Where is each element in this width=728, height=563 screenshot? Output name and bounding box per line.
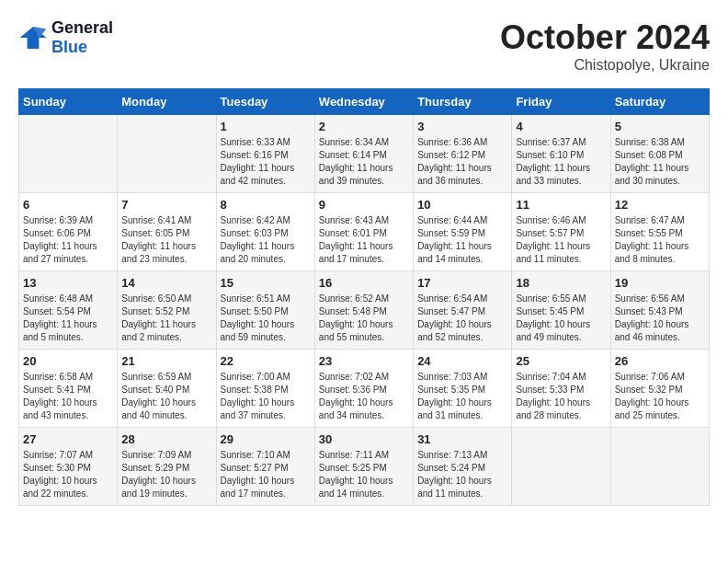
day-cell: 11Sunrise: 6:46 AM Sunset: 5:57 PM Dayli… — [512, 193, 610, 271]
day-cell: 2Sunrise: 6:34 AM Sunset: 6:14 PM Daylig… — [314, 115, 413, 193]
day-cell: 8Sunrise: 6:42 AM Sunset: 6:03 PM Daylig… — [216, 193, 314, 271]
day-cell: 31Sunrise: 7:13 AM Sunset: 5:24 PM Dayli… — [414, 428, 512, 506]
day-info: Sunrise: 6:44 AM Sunset: 5:59 PM Dayligh… — [417, 214, 507, 266]
month-title: October 2024 — [500, 18, 710, 57]
week-row-0: 1Sunrise: 6:33 AM Sunset: 6:16 PM Daylig… — [19, 115, 710, 193]
day-info: Sunrise: 6:48 AM Sunset: 5:54 PM Dayligh… — [23, 293, 113, 344]
location: Chistopolye, Ukraine — [500, 57, 710, 74]
day-cell: 12Sunrise: 6:47 AM Sunset: 5:55 PM Dayli… — [610, 193, 709, 271]
day-info: Sunrise: 6:38 AM Sunset: 6:08 PM Dayligh… — [615, 136, 705, 188]
page-header: General Blue October 2024 Chistopolye, U… — [18, 18, 710, 74]
day-cell: 10Sunrise: 6:44 AM Sunset: 5:59 PM Dayli… — [414, 193, 512, 271]
day-info: Sunrise: 7:02 AM Sunset: 5:36 PM Dayligh… — [319, 371, 409, 422]
day-info: Sunrise: 7:00 AM Sunset: 5:38 PM Dayligh… — [221, 371, 311, 422]
day-cell: 4Sunrise: 6:37 AM Sunset: 6:10 PM Daylig… — [512, 115, 610, 193]
logo-icon — [18, 23, 48, 52]
day-number: 16 — [319, 276, 409, 290]
day-number: 29 — [221, 432, 311, 446]
header-row: SundayMondayTuesdayWednesdayThursdayFrid… — [19, 89, 710, 115]
day-cell: 9Sunrise: 6:43 AM Sunset: 6:01 PM Daylig… — [314, 193, 413, 271]
header-cell-monday: Monday — [118, 89, 216, 115]
day-info: Sunrise: 6:36 AM Sunset: 6:12 PM Dayligh… — [417, 136, 507, 188]
day-cell: 14Sunrise: 6:50 AM Sunset: 5:52 PM Dayli… — [118, 271, 216, 350]
calendar-table: SundayMondayTuesdayWednesdayThursdayFrid… — [18, 88, 710, 506]
day-number: 8 — [221, 198, 311, 212]
day-number: 10 — [417, 198, 507, 212]
day-cell: 17Sunrise: 6:54 AM Sunset: 5:47 PM Dayli… — [414, 271, 512, 350]
logo-text: General Blue — [51, 18, 113, 57]
day-cell — [512, 428, 610, 506]
day-info: Sunrise: 6:56 AM Sunset: 5:43 PM Dayligh… — [615, 293, 705, 344]
day-number: 25 — [516, 354, 606, 368]
title-block: October 2024 Chistopolye, Ukraine — [500, 18, 710, 74]
day-info: Sunrise: 6:43 AM Sunset: 6:01 PM Dayligh… — [319, 214, 409, 266]
day-info: Sunrise: 7:04 AM Sunset: 5:33 PM Dayligh… — [516, 371, 606, 422]
day-number: 28 — [121, 432, 211, 446]
day-info: Sunrise: 6:39 AM Sunset: 6:06 PM Dayligh… — [23, 214, 113, 266]
day-info: Sunrise: 7:07 AM Sunset: 5:30 PM Dayligh… — [23, 449, 113, 500]
day-info: Sunrise: 6:51 AM Sunset: 5:50 PM Dayligh… — [221, 293, 311, 344]
day-info: Sunrise: 6:54 AM Sunset: 5:47 PM Dayligh… — [417, 293, 507, 344]
day-number: 1 — [221, 120, 311, 133]
day-info: Sunrise: 6:50 AM Sunset: 5:52 PM Dayligh… — [121, 293, 211, 344]
week-row-3: 20Sunrise: 6:58 AM Sunset: 5:41 PM Dayli… — [19, 350, 710, 428]
day-info: Sunrise: 6:58 AM Sunset: 5:41 PM Dayligh… — [23, 371, 113, 422]
day-cell: 28Sunrise: 7:09 AM Sunset: 5:29 PM Dayli… — [118, 428, 216, 506]
day-info: Sunrise: 6:41 AM Sunset: 6:05 PM Dayligh… — [121, 214, 211, 266]
day-cell: 1Sunrise: 6:33 AM Sunset: 6:16 PM Daylig… — [216, 115, 314, 193]
day-cell: 21Sunrise: 6:59 AM Sunset: 5:40 PM Dayli… — [118, 350, 216, 428]
day-number: 15 — [221, 276, 311, 290]
header-cell-tuesday: Tuesday — [216, 89, 314, 115]
day-info: Sunrise: 6:52 AM Sunset: 5:48 PM Dayligh… — [319, 293, 409, 344]
day-cell — [118, 115, 216, 193]
day-number: 2 — [319, 120, 409, 133]
day-number: 18 — [516, 276, 606, 290]
day-cell: 24Sunrise: 7:03 AM Sunset: 5:35 PM Dayli… — [414, 350, 512, 428]
day-info: Sunrise: 6:55 AM Sunset: 5:45 PM Dayligh… — [516, 293, 606, 344]
day-cell — [610, 428, 709, 506]
day-number: 14 — [121, 276, 211, 290]
day-cell: 22Sunrise: 7:00 AM Sunset: 5:38 PM Dayli… — [216, 350, 314, 428]
day-number: 19 — [615, 276, 705, 290]
day-info: Sunrise: 7:13 AM Sunset: 5:24 PM Dayligh… — [417, 449, 507, 500]
day-cell: 18Sunrise: 6:55 AM Sunset: 5:45 PM Dayli… — [512, 271, 610, 350]
day-number: 7 — [121, 198, 211, 212]
day-info: Sunrise: 6:42 AM Sunset: 6:03 PM Dayligh… — [221, 214, 311, 266]
day-cell: 30Sunrise: 7:11 AM Sunset: 5:25 PM Dayli… — [314, 428, 413, 506]
day-cell: 23Sunrise: 7:02 AM Sunset: 5:36 PM Dayli… — [314, 350, 413, 428]
week-row-2: 13Sunrise: 6:48 AM Sunset: 5:54 PM Dayli… — [19, 271, 710, 350]
day-info: Sunrise: 6:33 AM Sunset: 6:16 PM Dayligh… — [221, 136, 311, 188]
header-cell-sunday: Sunday — [19, 89, 118, 115]
day-number: 22 — [221, 354, 311, 368]
day-number: 21 — [121, 354, 211, 368]
day-number: 24 — [417, 354, 507, 368]
day-info: Sunrise: 7:09 AM Sunset: 5:29 PM Dayligh… — [121, 449, 211, 500]
day-cell: 15Sunrise: 6:51 AM Sunset: 5:50 PM Dayli… — [216, 271, 314, 350]
day-number: 9 — [319, 198, 409, 212]
day-cell: 25Sunrise: 7:04 AM Sunset: 5:33 PM Dayli… — [512, 350, 610, 428]
day-number: 12 — [615, 198, 705, 212]
day-cell: 3Sunrise: 6:36 AM Sunset: 6:12 PM Daylig… — [414, 115, 512, 193]
day-cell — [19, 115, 118, 193]
day-info: Sunrise: 7:11 AM Sunset: 5:25 PM Dayligh… — [319, 449, 409, 500]
header-cell-thursday: Thursday — [414, 89, 512, 115]
day-cell: 6Sunrise: 6:39 AM Sunset: 6:06 PM Daylig… — [19, 193, 118, 271]
day-number: 6 — [23, 198, 113, 212]
day-number: 5 — [615, 120, 705, 133]
day-number: 26 — [615, 354, 705, 368]
day-info: Sunrise: 6:59 AM Sunset: 5:40 PM Dayligh… — [121, 371, 211, 422]
day-cell: 16Sunrise: 6:52 AM Sunset: 5:48 PM Dayli… — [314, 271, 413, 350]
day-number: 11 — [516, 198, 606, 212]
logo: General Blue — [18, 18, 113, 57]
day-cell: 26Sunrise: 7:06 AM Sunset: 5:32 PM Dayli… — [610, 350, 709, 428]
day-number: 4 — [516, 120, 606, 133]
day-number: 17 — [417, 276, 507, 290]
day-number: 20 — [23, 354, 113, 368]
day-number: 3 — [417, 120, 507, 133]
day-cell: 20Sunrise: 6:58 AM Sunset: 5:41 PM Dayli… — [19, 350, 118, 428]
day-number: 13 — [23, 276, 113, 290]
day-info: Sunrise: 7:03 AM Sunset: 5:35 PM Dayligh… — [417, 371, 507, 422]
day-info: Sunrise: 6:34 AM Sunset: 6:14 PM Dayligh… — [319, 136, 409, 188]
day-cell: 27Sunrise: 7:07 AM Sunset: 5:30 PM Dayli… — [19, 428, 118, 506]
day-cell: 7Sunrise: 6:41 AM Sunset: 6:05 PM Daylig… — [118, 193, 216, 271]
